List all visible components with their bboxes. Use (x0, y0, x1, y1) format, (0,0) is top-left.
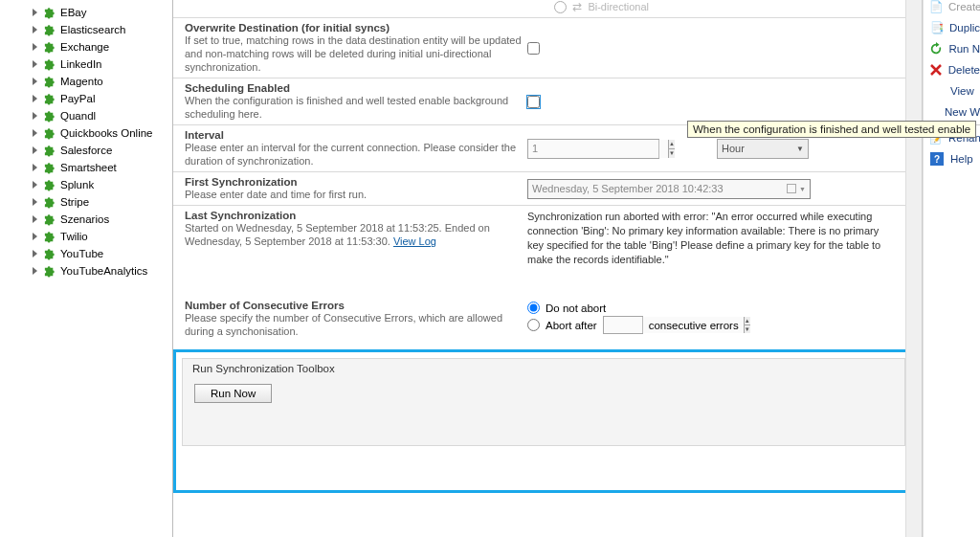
overwrite-checkbox[interactable] (527, 42, 540, 55)
tree-item-quandl[interactable]: Quandl (4, 107, 172, 124)
tree-item-ebay[interactable]: EBay (4, 4, 172, 21)
tree-item-label: Smartsheet (60, 162, 117, 173)
tree-item-label: Splunk (60, 179, 94, 190)
puzzle-icon (42, 22, 57, 37)
tree-item-twilio[interactable]: Twilio (4, 228, 172, 245)
puzzle-icon (42, 74, 57, 89)
scheduling-checkbox[interactable] (527, 96, 540, 108)
tree-item-linkedin[interactable]: LinkedIn (4, 56, 172, 73)
scheduling-row: Scheduling Enabled When the configuratio… (173, 78, 922, 125)
duplicate-icon: 📑 (929, 20, 944, 35)
tree-item-paypal[interactable]: PayPal (4, 90, 172, 107)
tree-item-label: EBay (60, 7, 87, 18)
abort-after-suffix: consecutive errors (649, 320, 739, 331)
action-label: Delete (948, 64, 980, 76)
action-label: Help (950, 153, 973, 165)
puzzle-icon (42, 125, 57, 141)
puzzle-icon (42, 91, 57, 106)
firstsync-row: First Synchronization Please enter date … (173, 172, 922, 206)
chevron-right-icon (31, 8, 40, 17)
interval-value[interactable] (528, 140, 668, 158)
overwrite-row: Overwrite Destination (for initial syncs… (173, 18, 922, 78)
tree-item-szenarios[interactable]: Szenarios (4, 211, 172, 228)
action-create[interactable]: 📄 Create (929, 0, 980, 17)
chevron-right-icon (31, 59, 40, 69)
chevron-right-icon (31, 197, 40, 207)
action-label: New W (945, 106, 980, 118)
action-help[interactable]: ? Help (929, 148, 980, 169)
lastsync-row: Last Synchronization Started on Wednesda… (173, 206, 922, 296)
puzzle-icon (42, 246, 57, 261)
interval-unit-combo[interactable]: Hour ▼ (717, 139, 809, 159)
firstsync-datepicker[interactable]: Wednesday, 5 September 2018 10:42:33 ▼ (527, 179, 811, 199)
tree-item-label: Elasticsearch (60, 24, 125, 35)
tree-item-smartsheet[interactable]: Smartsheet (4, 159, 172, 176)
run-now-button[interactable]: Run Now (194, 384, 272, 403)
tree-item-label: Twilio (60, 231, 88, 242)
row-title: Overwrite Destination (for initial syncs… (185, 22, 527, 34)
row-desc: When the configuration is finished and w… (185, 94, 527, 121)
tree-item-quickbooks[interactable]: Quickbooks Online (4, 124, 172, 142)
chevron-right-icon (31, 266, 40, 276)
run-toolbox-highlight: Run Synchronization Toolbox Run Now (173, 349, 914, 493)
puzzle-icon (42, 194, 57, 210)
chevron-right-icon (31, 232, 40, 241)
settings-form: ⇄ Bi-directional Overwrite Destination (… (173, 0, 923, 537)
row-desc: If set to true, matching rows in the dat… (185, 34, 527, 74)
abort-after-label: Abort after (546, 320, 597, 331)
vertical-scrollbar[interactable] (905, 0, 922, 537)
tree-item-elasticsearch[interactable]: Elasticsearch (4, 21, 172, 38)
row-title: First Synchronization (185, 176, 527, 188)
row-title: Interval (185, 129, 527, 141)
chevron-right-icon (31, 77, 40, 86)
action-duplicate[interactable]: 📑 Duplic (929, 17, 980, 38)
abort-after-spinner[interactable]: ▲▼ (603, 316, 643, 334)
action-run-now[interactable]: Run N (929, 38, 980, 59)
help-icon: ? (929, 151, 945, 167)
tree-item-label: Exchange (60, 41, 109, 53)
tree-item-label: YouTubeAnalytics (60, 265, 147, 277)
tree-item-youtube[interactable]: YouTube (4, 245, 172, 262)
chevron-right-icon (31, 249, 40, 258)
action-new-window[interactable]: New W (929, 101, 980, 123)
spin-up-icon[interactable]: ▲ (745, 317, 750, 325)
action-view[interactable]: View (929, 80, 980, 101)
no-abort-radio[interactable] (527, 302, 540, 314)
connector-tree: EBay Elasticsearch Exchange LinkedIn Mag… (0, 0, 173, 537)
action-delete[interactable]: Delete (929, 59, 980, 80)
tree-item-youtubeanalytics[interactable]: YouTubeAnalytics (4, 262, 172, 280)
row-desc: Please specify the number of Consecutive… (185, 311, 527, 338)
tree-item-splunk[interactable]: Splunk (4, 176, 172, 193)
tree-item-label: Quickbooks Online (60, 127, 153, 139)
spin-down-icon[interactable]: ▼ (669, 149, 675, 158)
view-log-link[interactable]: View Log (393, 235, 436, 247)
tree-item-stripe[interactable]: Stripe (4, 193, 172, 211)
puzzle-icon (42, 177, 57, 192)
scheduling-tooltip: When the configuration is finished and w… (687, 121, 976, 138)
bidirectional-radio[interactable] (554, 1, 567, 13)
chevron-right-icon (31, 111, 40, 121)
bidirectional-label: Bi-directional (588, 1, 649, 12)
tree-item-label: Quandl (60, 110, 96, 122)
tree-item-salesforce[interactable]: Salesforce (4, 142, 172, 159)
spin-up-icon[interactable]: ▲ (669, 140, 675, 149)
tree-item-magento[interactable]: Magento (4, 73, 172, 90)
puzzle-icon (42, 229, 57, 244)
interval-spinner[interactable]: ▲▼ (527, 139, 659, 159)
puzzle-icon (42, 212, 57, 227)
row-desc: Please enter an interval for the current… (185, 141, 527, 168)
no-abort-label: Do not abort (546, 302, 606, 314)
toolbox-legend: Run Synchronization Toolbox (192, 363, 335, 374)
spin-down-icon[interactable]: ▼ (745, 325, 750, 333)
refresh-icon (929, 41, 943, 56)
row-desc: Started on Wednesday, 5 September 2018 a… (185, 221, 527, 248)
actions-pane: 📄 Create 📑 Duplic Run N Delete View New … (923, 0, 980, 537)
blank-icon (929, 104, 939, 120)
abort-after-radio[interactable] (527, 319, 540, 331)
tree-item-exchange[interactable]: Exchange (4, 38, 172, 56)
action-label: View (950, 85, 974, 97)
arrows-icon: ⇄ (572, 0, 582, 13)
run-toolbox-groupbox: Run Synchronization Toolbox Run Now (182, 358, 905, 446)
chevron-down-icon: ▼ (799, 186, 806, 192)
tree-item-label: Szenarios (60, 213, 109, 225)
